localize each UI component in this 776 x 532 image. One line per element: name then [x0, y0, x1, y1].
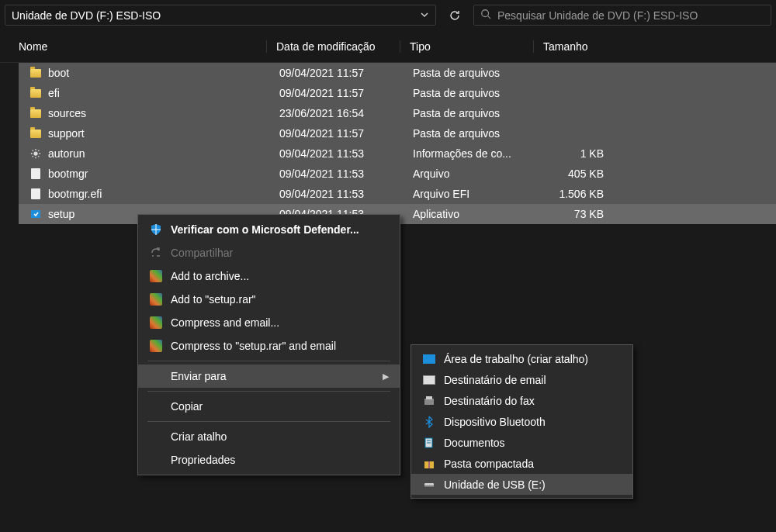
mail-icon: [422, 373, 436, 387]
sendto-email[interactable]: Destinatário de email: [411, 369, 632, 390]
column-headers: Nome Data de modificação Tipo Tamanho: [0, 30, 776, 63]
file-type: Arquivo EFI: [413, 188, 551, 200]
file-modified: 09/04/2021 11:53: [279, 188, 413, 200]
file-modified: 09/04/2021 11:57: [279, 127, 413, 140]
table-row[interactable]: bootmgr09/04/2021 11:53Arquivo405 KB: [19, 164, 776, 184]
zip-icon: [422, 457, 436, 471]
search-placeholder: Pesquisar Unidade de DVD (F:) ESD-ISO: [497, 9, 698, 22]
rar-icon: [149, 269, 163, 283]
file-name: bootmgr.efi: [48, 188, 279, 200]
table-row[interactable]: bootmgr.efi09/04/2021 11:53Arquivo EFI1.…: [19, 184, 776, 204]
refresh-button[interactable]: [442, 5, 467, 26]
chevron-down-icon[interactable]: [420, 9, 429, 22]
context-menu: Verificar com o Microsoft Defender... Co…: [137, 214, 400, 475]
file-name: bootmgr: [48, 168, 279, 180]
col-type[interactable]: Tipo: [410, 40, 534, 53]
svg-rect-10: [428, 461, 430, 468]
sendto-bluetooth[interactable]: Dispositivo Bluetooth: [411, 411, 632, 432]
sendto-fax[interactable]: Destinatário do fax: [411, 390, 632, 411]
table-row[interactable]: support09/04/2021 11:57Pasta de arquivos: [19, 123, 776, 143]
address-bar[interactable]: Unidade de DVD (F:) ESD-ISO: [5, 5, 436, 26]
usb-drive-icon: [422, 478, 436, 492]
svg-line-1: [488, 16, 491, 19]
table-row[interactable]: boot09/04/2021 11:57Pasta de arquivos: [19, 63, 776, 83]
search-input[interactable]: Pesquisar Unidade de DVD (F:) ESD-ISO: [473, 5, 771, 26]
file-type: Aplicativo: [413, 208, 551, 220]
file-icon: [29, 188, 42, 200]
svg-rect-5: [426, 396, 432, 399]
file-modified: 09/04/2021 11:53: [279, 147, 413, 160]
file-list: boot09/04/2021 11:57Pasta de arquivosefi…: [0, 63, 776, 224]
svg-point-0: [482, 10, 489, 17]
menu-add-setup-rar[interactable]: Add to "setup.rar": [138, 288, 400, 311]
file-name: efi: [48, 87, 279, 99]
file-size: 405 KB: [551, 168, 604, 180]
menu-separator: [147, 421, 390, 422]
menu-properties[interactable]: Propriedades: [138, 448, 400, 472]
folder-icon: [29, 67, 42, 79]
file-name: boot: [48, 67, 279, 79]
file-type: Pasta de arquivos: [413, 127, 551, 140]
menu-compress-email[interactable]: Compress and email...: [138, 311, 400, 334]
file-size: 1.506 KB: [551, 188, 604, 200]
file-size: 1 KB: [551, 147, 604, 160]
app-icon: [29, 208, 42, 220]
menu-defender[interactable]: Verificar com o Microsoft Defender...: [138, 218, 400, 241]
file-name: sources: [48, 107, 279, 119]
address-path: Unidade de DVD (F:) ESD-ISO: [12, 9, 415, 22]
bluetooth-icon: [422, 415, 436, 429]
file-size: 73 KB: [551, 208, 604, 220]
file-type: Arquivo: [413, 168, 551, 180]
file-type: Informações de co...: [413, 147, 551, 160]
file-name: autorun: [48, 147, 279, 160]
folder-icon: [29, 87, 42, 99]
table-row[interactable]: autorun09/04/2021 11:53Informações de co…: [19, 143, 776, 164]
file-name: support: [48, 127, 279, 140]
chevron-right-icon: ▶: [383, 371, 389, 382]
file-type: Pasta de arquivos: [413, 87, 551, 99]
menu-separator: [147, 391, 390, 392]
file-modified: 09/04/2021 11:57: [279, 67, 413, 79]
file-type: Pasta de arquivos: [413, 67, 551, 79]
fax-icon: [422, 394, 436, 408]
send-to-submenu: Área de trabalho (criar atalho) Destinat…: [411, 344, 633, 499]
shield-icon: [149, 223, 163, 237]
menu-shortcut[interactable]: Criar atalho: [138, 425, 400, 448]
menu-send-to[interactable]: Enviar para ▶: [138, 364, 400, 388]
menu-copy[interactable]: Copiar: [138, 395, 400, 418]
menu-separator: [147, 361, 390, 361]
menu-share: Compartilhar: [138, 241, 400, 264]
table-row[interactable]: efi09/04/2021 11:57Pasta de arquivos: [19, 83, 776, 103]
documents-icon: [422, 436, 436, 450]
table-row[interactable]: sources23/06/2021 16:54Pasta de arquivos: [19, 103, 776, 123]
svg-rect-3: [31, 210, 40, 218]
file-modified: 23/06/2021 16:54: [279, 107, 413, 119]
folder-icon: [29, 127, 42, 140]
svg-rect-12: [424, 485, 434, 487]
folder-icon: [29, 107, 42, 119]
col-modified[interactable]: Data de modificação: [276, 40, 400, 53]
sendto-documents[interactable]: Documentos: [411, 432, 632, 453]
col-size[interactable]: Tamanho: [543, 40, 605, 53]
rar-icon: [149, 292, 163, 306]
rar-icon: [149, 339, 163, 353]
col-name[interactable]: Nome: [19, 40, 267, 53]
file-type: Pasta de arquivos: [413, 107, 551, 119]
file-modified: 09/04/2021 11:57: [279, 87, 413, 99]
search-icon: [480, 9, 491, 22]
menu-compress-setup-email[interactable]: Compress to "setup.rar" and email: [138, 334, 400, 358]
desktop-icon: [422, 352, 436, 366]
svg-rect-4: [424, 399, 434, 405]
rar-icon: [149, 316, 163, 330]
sendto-zip[interactable]: Pasta compactada: [411, 453, 632, 474]
menu-add-archive[interactable]: Add to archive...: [138, 264, 400, 288]
share-icon: [149, 246, 163, 260]
file-icon: [29, 168, 42, 180]
sendto-desktop[interactable]: Área de trabalho (criar atalho): [411, 348, 632, 369]
file-modified: 09/04/2021 11:53: [279, 168, 413, 180]
svg-point-2: [33, 151, 37, 155]
sendto-usb[interactable]: Unidade de USB (E:): [411, 474, 632, 495]
gear-icon: [29, 147, 42, 160]
